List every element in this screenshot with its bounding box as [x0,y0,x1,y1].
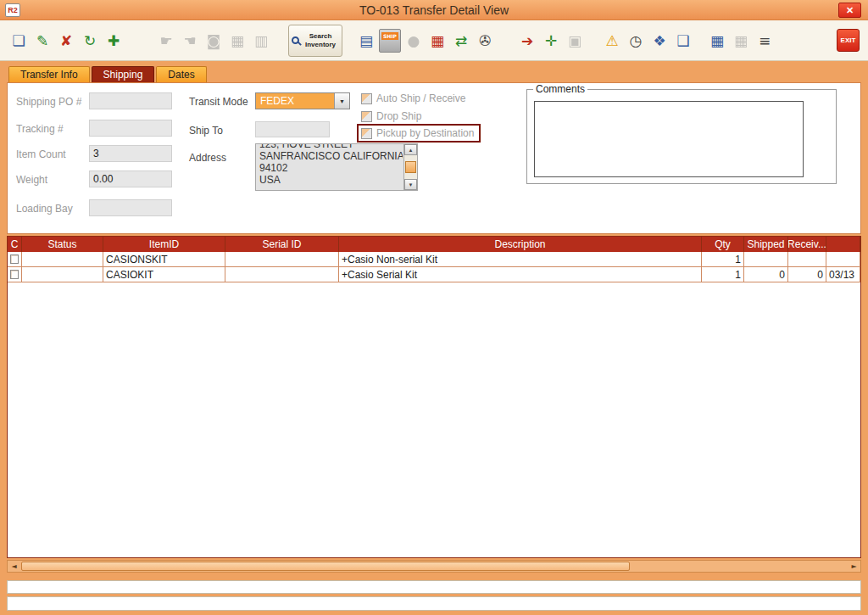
history-clock-icon[interactable]: ◷ [624,26,648,55]
col-header-serial[interactable]: Serial ID [225,237,339,252]
comments-textarea[interactable] [534,101,804,177]
tracking-label: Tracking # [16,123,64,135]
loading-bay-label: Loading Bay [16,203,73,215]
edit-document-icon[interactable]: ✎ [31,26,54,55]
auto-ship-checkbox-row[interactable]: Auto Ship / Receive [361,92,465,104]
shipping-form-panel: Shipping PO # Tracking # Item Count Weig… [7,82,861,234]
cell-description: +Casio Serial Kit [339,267,702,282]
thumbs-down-stamp-icon: ☚ [178,26,202,55]
address-line: 123, HOVE STREET [259,143,403,150]
matrix-grid-icon[interactable]: ▦ [705,26,729,55]
pickup-by-destination-highlight[interactable]: Pickup by Destination [357,124,481,143]
packed-box-icon: ▣ [563,26,587,55]
cell-serial [225,267,339,282]
address-line: 94102 [259,162,403,174]
status-bar-bottom [7,596,861,611]
delete-document-icon[interactable]: ✘ [54,26,78,55]
scroll-left-icon[interactable]: ◄ [8,561,20,572]
cell-qty: 1 [702,252,744,266]
receive-arrow-icon[interactable]: ➔ [515,26,539,55]
tab-dates[interactable]: Dates [156,66,206,82]
weight-input[interactable]: 0.00 [89,171,172,187]
row-checkbox[interactable] [10,270,19,279]
checkbox-icon[interactable] [361,128,372,139]
transfer-items-grid: C Status ItemID Serial ID Description Qt… [7,236,861,558]
add-item-icon[interactable]: ✚ [102,26,125,55]
search-icon [292,36,299,44]
cell-shipped [744,252,788,266]
ship-transfer-icon[interactable]: SHIP [378,26,402,55]
status-bar-top [7,580,861,594]
cell-date: 03/13 [826,267,860,282]
notes-window-icon[interactable]: ❑ [671,26,695,55]
exit-button[interactable]: EXIT [837,29,860,52]
col-header-check[interactable]: C [8,237,22,252]
scroll-up-icon[interactable]: ▲ [404,144,417,155]
cell-itemid: CASIONSKIT [103,252,225,266]
loading-bay-input[interactable] [89,199,172,216]
add-to-grid-icon[interactable]: ✛ [539,26,563,55]
address-line: SANFRANCISCO CALIFORNIA [259,150,403,162]
tracking-input[interactable] [89,120,172,137]
catalog-books-icon[interactable]: ▤ [354,26,378,55]
item-count-label: Item Count [16,148,66,160]
col-header-qty[interactable]: Qty [702,237,744,252]
cell-date [826,252,860,266]
scrollbar-thumb[interactable] [21,562,630,571]
col-header-shipped[interactable]: Shipped [744,237,788,252]
cell-received: 0 [788,267,826,282]
shipping-po-label: Shipping PO # [16,96,81,108]
transit-mode-value: FEDEX [256,93,334,109]
table-row[interactable]: CASIONSKIT +Casio Non-serial Kit 1 [8,252,860,267]
ship-to-input[interactable] [255,121,330,137]
inventory-cubes-icon[interactable]: ▦ [426,26,449,55]
tab-shipping[interactable]: Shipping [92,66,155,82]
item-count-input[interactable]: 3 [89,145,172,162]
scroll-right-icon[interactable]: ► [848,561,860,572]
address-scrollbar[interactable]: ▲ ▼ [403,144,417,190]
tab-transfer-info[interactable]: Transfer Info [8,66,90,82]
col-header-description[interactable]: Description [339,237,702,252]
cell-shipped: 0 [744,267,788,282]
app-window: R2 TO-013 Transfer Detail View ✕ ❏ ✎ ✘ ↻… [0,0,868,615]
col-header-received[interactable]: Receiv... [788,237,826,252]
barcode-gun-icon[interactable]: ✇ [473,26,497,55]
checkbox-icon[interactable] [361,111,372,122]
address-label: Address [189,152,226,164]
comments-label: Comments [533,83,587,95]
chevron-down-icon[interactable]: ▼ [334,93,349,109]
cell-serial [225,252,339,266]
search-inventory-button[interactable]: Search Inventory [288,25,342,57]
row-checkbox[interactable] [10,254,19,264]
transfer-arrows-icon[interactable]: ⇄ [449,26,473,55]
refresh-icon[interactable]: ↻ [78,26,102,55]
col-header-status[interactable]: Status [22,237,103,252]
auto-ship-label: Auto Ship / Receive [376,92,465,104]
address-listbox[interactable]: 123, HOVE STREET SANFRANCISCO CALIFORNIA… [255,143,418,191]
col-header-date[interactable] [826,237,860,252]
cell-received [788,252,826,266]
reports-stack-icon[interactable]: ≡ [753,26,776,55]
rock-icon: ● [402,26,426,55]
new-document-icon[interactable]: ❏ [7,26,31,55]
comments-group: Comments [526,89,837,184]
address-lines: 123, HOVE STREET SANFRANCISCO CALIFORNIA… [259,143,403,186]
scrollbar-thumb[interactable] [405,161,416,173]
warning-icon[interactable]: ⚠ [600,26,624,55]
weight-label: Weight [16,174,47,186]
window-title: TO-013 Transfer Detail View [0,0,868,20]
close-button[interactable]: ✕ [838,3,861,18]
shipping-po-input[interactable] [89,92,172,109]
checkbox-icon[interactable] [361,93,372,104]
transit-mode-label: Transit Mode [189,96,248,108]
transit-mode-select[interactable]: FEDEX ▼ [255,92,350,109]
contacts-icon[interactable]: ❖ [648,26,671,55]
horizontal-scrollbar[interactable]: ◄ ► [7,560,861,573]
drop-ship-checkbox-row[interactable]: Drop Ship [361,110,421,122]
table-row[interactable]: CASIOKIT +Casio Serial Kit 1 0 0 03/13 [8,267,860,282]
scroll-down-icon[interactable]: ▼ [404,179,417,190]
cell-qty: 1 [702,267,744,282]
col-header-itemid[interactable]: ItemID [103,237,225,252]
ship-box-icon: SHIP [379,29,401,53]
keypad-icon: ▦ [225,26,249,55]
